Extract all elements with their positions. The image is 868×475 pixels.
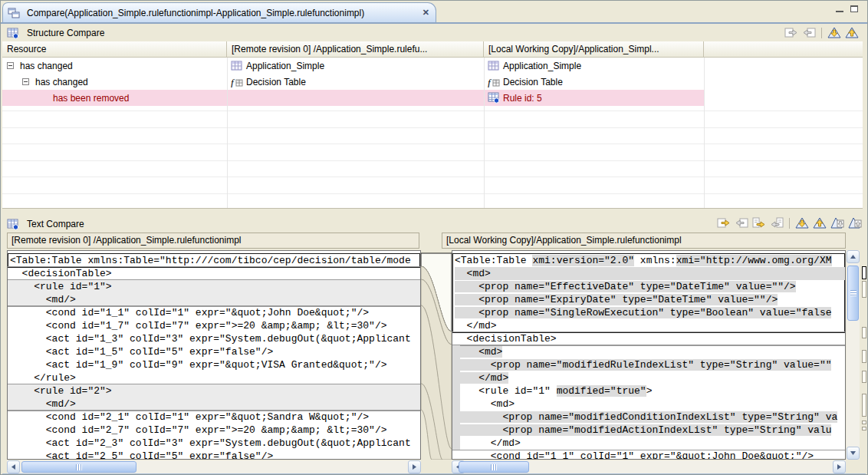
copy-current-right-to-left-icon[interactable] <box>769 216 784 230</box>
editor-tab[interactable]: Compare(Application_Simple.rulefunctioni… <box>2 2 436 22</box>
maximize-button[interactable] <box>850 5 858 12</box>
structure-row-application[interactable]: has changed Application_Simple Applicati… <box>2 58 863 74</box>
previous-difference-icon[interactable] <box>844 26 860 40</box>
text-compare-icon <box>7 219 19 230</box>
left-horizontal-scrollbar[interactable] <box>7 460 421 473</box>
code-line: <prop name="SingleRowExecution" type="Bo… <box>455 306 845 319</box>
vertical-scrollbar[interactable] <box>847 250 860 460</box>
code-line: <rule id="1" modified="true"> <box>455 384 845 397</box>
structure-table-header: Resource [Remote revision 0] /Applicatio… <box>2 41 863 58</box>
next-change-icon[interactable] <box>830 216 845 230</box>
table-icon <box>488 61 500 71</box>
code-line: <prop name="modifiedConditionIndexList" … <box>455 411 845 424</box>
left-pane-header: [Remote revision 0] /Application_Simple.… <box>7 233 419 249</box>
previous-difference-icon[interactable] <box>812 216 827 230</box>
right-horizontal-scrollbar[interactable] <box>452 460 846 473</box>
local-value: Rule id: 5 <box>503 93 542 104</box>
scroll-left-icon[interactable] <box>7 460 20 473</box>
copy-current-left-to-right-icon[interactable] <box>751 216 767 230</box>
resource-label: has changed <box>35 77 88 87</box>
previous-change-icon[interactable] <box>847 216 863 230</box>
code-line: </rule> <box>10 371 420 384</box>
code-line: <md/> <box>10 293 420 306</box>
code-line: <md/> <box>10 397 420 411</box>
compare-editor-window: Compare(Application_Simple.rulefunctioni… <box>0 0 868 475</box>
code-line: <prop name="modifiedActionIndexList" typ… <box>455 424 845 437</box>
text-compare-title: Text Compare <box>27 219 84 229</box>
overview-marker[interactable] <box>862 421 866 424</box>
structure-compare-table[interactable]: Resource [Remote revision 0] /Applicatio… <box>2 41 863 209</box>
collapse-toggle-icon[interactable] <box>22 78 29 85</box>
code-line: <decisionTable> <box>10 267 420 280</box>
code-line: <cond id="1_1" colId="1" expr="&quot;Joh… <box>10 306 420 319</box>
structure-row-removed-rule[interactable]: has been removed Rule id: 5 <box>2 90 863 106</box>
code-line: <act id="2_5" colId="5" expr="false"/> <box>10 450 420 460</box>
code-line: <rule id="2"> <box>10 384 420 397</box>
column-header-remote[interactable]: [Remote revision 0] /Application_Simple.… <box>227 41 484 58</box>
column-header-empty[interactable] <box>704 41 863 58</box>
code-line: <act id="1_9" colId="9" expr="&quot;VISA… <box>10 358 420 371</box>
code-line: <Table:Table xmlns:Table="http:///com/ti… <box>10 254 420 267</box>
toolbar-separator <box>821 28 822 38</box>
copy-right-to-left-icon[interactable] <box>801 26 817 40</box>
column-header-resource[interactable]: Resource <box>2 41 227 58</box>
scroll-right-icon[interactable] <box>833 460 846 473</box>
overview-marker[interactable] <box>862 371 866 383</box>
structure-compare-title: Structure Compare <box>27 28 104 38</box>
remote-value: Decision Table <box>246 77 306 87</box>
structure-compare-icon <box>7 28 19 39</box>
structure-toolbar <box>784 26 860 40</box>
code-line: <prop name="ExpiryDate" type="DateTime" … <box>455 293 845 306</box>
right-pane-header: [Local Working Copy]/Application_Simple.… <box>442 233 846 249</box>
code-line: <md> <box>455 267 845 280</box>
copy-all-right-to-left-icon[interactable] <box>734 216 749 230</box>
overview-marker[interactable] <box>862 281 866 298</box>
overview-marker[interactable] <box>862 394 866 417</box>
scroll-up-icon[interactable] <box>847 250 860 263</box>
compare-editor-icon <box>8 7 20 19</box>
code-line: <cond id="2_7" colId="7" expr=">=20 &amp… <box>10 424 420 437</box>
column-header-local[interactable]: [Local Working Copy]/Application_Simpl..… <box>484 41 704 58</box>
collapse-toggle-icon[interactable] <box>7 62 14 69</box>
decision-table-icon: f <box>231 77 243 87</box>
code-line: <cond id="2_1" colId="1" expr="&quot;San… <box>10 411 420 424</box>
svg-text:f: f <box>488 77 492 87</box>
overview-marker[interactable] <box>862 327 866 338</box>
resource-label: has changed <box>20 61 73 71</box>
code-line: <act id="1_3" colId="3" expr="System.deb… <box>10 332 420 345</box>
editor-tab-title: Compare(Application_Simple.rulefunctioni… <box>27 8 416 18</box>
vertical-scroll-thumb[interactable] <box>847 266 859 321</box>
right-code[interactable]: <Table:Table xmi:version="2.0" xmlns:xmi… <box>452 250 846 460</box>
structure-row-decision-table[interactable]: has changed f Decision Table f Decision … <box>2 74 863 90</box>
right-scroll-thumb[interactable] <box>459 461 529 473</box>
next-difference-icon[interactable] <box>827 26 842 40</box>
copy-left-to-right-icon[interactable] <box>784 26 799 40</box>
left-code[interactable]: <Table:Table xmlns:Table="http:///com/ti… <box>7 250 421 460</box>
code-line: <prop name="EffectiveDate" type="DateTim… <box>455 280 845 293</box>
code-line: </md> <box>455 437 845 450</box>
toolbar-separator <box>789 218 790 229</box>
overview-ruler[interactable] <box>861 250 868 460</box>
close-icon[interactable]: ✕ <box>419 8 429 18</box>
remote-value: Application_Simple <box>246 61 324 71</box>
code-line: <cond id="1_1" colId="1" expr="&quot;Joh… <box>455 450 845 460</box>
text-compare-toolbar <box>716 216 863 230</box>
code-line: </md> <box>455 319 845 332</box>
copy-all-left-to-right-icon[interactable] <box>716 216 732 230</box>
scroll-right-icon[interactable] <box>408 460 421 473</box>
next-difference-icon[interactable] <box>794 216 810 230</box>
left-scroll-thumb[interactable] <box>21 461 136 473</box>
decision-table-icon: f <box>488 77 500 87</box>
text-compare-header: Text Compare <box>7 216 84 232</box>
code-line: <md> <box>455 345 845 358</box>
scroll-down-icon[interactable] <box>847 447 860 460</box>
code-line: <md> <box>455 397 845 411</box>
diff-connector-strip <box>421 250 452 460</box>
code-line: <act id="2_3" colId="3" expr="System.deb… <box>10 437 420 450</box>
code-line: <act id="1_5" colId="5" expr="false"/> <box>10 345 420 358</box>
overview-marker[interactable] <box>862 427 866 430</box>
overview-marker[interactable] <box>862 266 866 279</box>
minimize-button[interactable] <box>836 6 843 12</box>
overview-marker[interactable] <box>862 350 866 363</box>
tab-underline <box>1 22 867 24</box>
